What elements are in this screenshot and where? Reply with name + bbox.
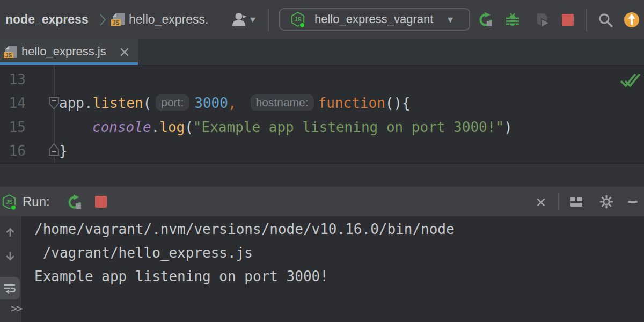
code-token: 3000 (194, 95, 228, 111)
code-token: app (59, 95, 84, 111)
code-token: ( (185, 119, 193, 135)
user-icon[interactable] (231, 12, 249, 27)
ide-window: node_express JS hello_express. ▼ JS hell… (0, 0, 644, 322)
close-panel-icon[interactable] (536, 197, 546, 208)
scroll-down-icon[interactable] (4, 250, 16, 262)
toolbar-separator (586, 9, 587, 31)
breadcrumb-file[interactable]: hello_express. (129, 0, 208, 39)
line-number: 13 (0, 68, 26, 91)
active-tab-indicator (0, 62, 138, 65)
svg-text:JS: JS (5, 53, 12, 58)
inspections-ok-icon[interactable] (618, 70, 642, 90)
search-icon[interactable] (597, 12, 613, 28)
console-output-line: /home/vagrant/.nvm/versions/node/v10.16.… (34, 217, 455, 241)
line-number: 15 (0, 115, 26, 139)
chevron-right-icon (99, 13, 107, 27)
code-line-16: } (59, 139, 68, 163)
code-token: (){ (385, 95, 411, 111)
code-token: ) (504, 119, 513, 135)
code-token: log (159, 119, 185, 135)
settings-gear-icon[interactable] (599, 195, 613, 209)
code-token: function (318, 95, 385, 111)
hide-panel-icon[interactable] (628, 201, 638, 203)
code-token: "Example app listening on port 3000!" (193, 119, 504, 135)
header-separator (558, 193, 559, 210)
update-notification-icon[interactable] (624, 12, 640, 28)
svg-text:JS: JS (5, 199, 12, 205)
svg-text:JS: JS (294, 16, 301, 23)
line-number: 16 (0, 139, 26, 163)
console-output-line: Example app listening on port 3000! (34, 265, 328, 288)
code-token: listen (93, 95, 143, 111)
code-token: } (59, 143, 68, 159)
hidden-toolbar-expander[interactable]: >> (11, 302, 21, 315)
tab-label: hello_express.js (21, 39, 106, 65)
tab-close-icon[interactable] (119, 47, 130, 57)
user-dropdown-caret[interactable]: ▼ (250, 16, 255, 24)
parameter-hint-port: port: (156, 94, 189, 111)
fold-start-marker[interactable] (48, 97, 60, 110)
run-config-name: hello_express_vagrant (314, 9, 433, 31)
profiler-button[interactable] (534, 12, 550, 28)
fold-end-marker[interactable] (48, 143, 60, 156)
svg-text:JS: JS (113, 20, 120, 26)
code-line-15: console.log("Example app listening on po… (92, 115, 513, 139)
code-token: ( (143, 95, 152, 111)
scroll-up-icon[interactable] (4, 226, 16, 238)
code-token: . (84, 95, 93, 111)
nodejs-icon: JS (290, 11, 306, 27)
rerun-button[interactable] (67, 194, 83, 210)
parameter-hint-hostname: hostname: (251, 94, 314, 111)
stop-button[interactable] (562, 14, 574, 26)
run-panel-title: Run: (23, 187, 50, 216)
code-line-14: app.listen(port:3000,hostname:function()… (59, 91, 411, 115)
code-token: , (228, 95, 237, 111)
run-button[interactable] (478, 11, 494, 27)
debug-button[interactable] (504, 11, 521, 27)
line-number: 14 (0, 91, 26, 115)
console-output-line: /vagrant/hello_express.js (34, 241, 253, 265)
js-file-icon: JS (3, 45, 18, 60)
toolbar-separator (268, 9, 269, 31)
editor-bottom-band (0, 164, 644, 187)
layout-settings-icon[interactable] (569, 195, 583, 209)
code-token: . (151, 119, 160, 135)
js-file-icon: JS (111, 12, 126, 27)
breadcrumb-project[interactable]: node_express (5, 0, 89, 39)
soft-wrap-icon (3, 281, 17, 295)
nodejs-icon: JS (1, 194, 17, 210)
stop-process-button[interactable] (95, 196, 107, 208)
run-config-caret[interactable]: ▼ (448, 16, 453, 24)
code-token: console (92, 119, 151, 135)
